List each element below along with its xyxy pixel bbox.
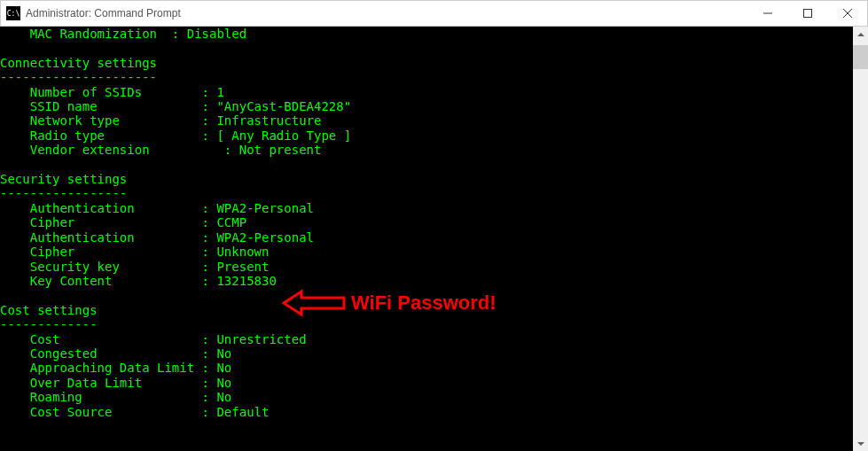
line-mac-rand: MAC Randomization : Disabled: [0, 27, 246, 41]
scroll-track[interactable]: [853, 42, 868, 436]
svg-rect-0: [803, 10, 811, 18]
line-congested: Congested : No: [0, 346, 231, 361]
line-sec-dash: -----------------: [0, 186, 127, 200]
line-auth2: Authentication : WPA2-Personal: [0, 230, 314, 245]
close-button[interactable]: [827, 1, 867, 26]
scroll-up-button[interactable]: [853, 27, 868, 42]
line-auth1: Authentication : WPA2-Personal: [0, 201, 314, 215]
line-conn-dash: ---------------------: [0, 70, 157, 84]
line-net-type: Network type : Infrastructure: [0, 113, 321, 128]
cmd-icon: C:\: [6, 6, 20, 20]
line-appr-limit: Approaching Data Limit : No: [0, 361, 231, 375]
minimize-button[interactable]: [747, 1, 787, 26]
line-cost-hdr: Cost settings: [0, 303, 98, 317]
line-sec-hdr: Security settings: [0, 172, 127, 186]
titlebar[interactable]: C:\ Administrator: Command Prompt: [0, 0, 868, 27]
window-title: Administrator: Command Prompt: [26, 7, 181, 19]
line-key-content: Key Content : 13215830: [0, 274, 277, 288]
line-num-ssids: Number of SSIDs : 1: [0, 85, 224, 99]
line-cipher2: Cipher : Unknown: [0, 245, 269, 259]
line-over-limit: Over Data Limit : No: [0, 376, 231, 390]
line-conn-hdr: Connectivity settings: [0, 56, 157, 70]
terminal-output: MAC Randomization : Disabled Connectivit…: [0, 27, 868, 451]
maximize-button[interactable]: [787, 1, 827, 26]
line-cipher1: Cipher : CCMP: [0, 215, 246, 229]
line-sec-key: Security key : Present: [0, 260, 269, 274]
vertical-scrollbar[interactable]: [853, 27, 868, 451]
line-cost-source: Cost Source : Default: [0, 405, 269, 419]
line-roaming: Roaming : No: [0, 390, 231, 404]
line-radio-type: Radio type : [ Any Radio Type ]: [0, 128, 351, 143]
line-vendor-ext: Vendor extension : Not present: [0, 143, 321, 157]
scroll-thumb[interactable]: [853, 45, 868, 69]
terminal-area[interactable]: MAC Randomization : Disabled Connectivit…: [0, 27, 868, 451]
line-cost: Cost : Unrestricted: [0, 332, 307, 346]
line-cost-dash: -------------: [0, 317, 98, 331]
scroll-down-button[interactable]: [853, 436, 868, 451]
window-controls: [747, 1, 867, 26]
line-ssid-name: SSID name : "AnyCast-BDEA4228": [0, 99, 351, 113]
